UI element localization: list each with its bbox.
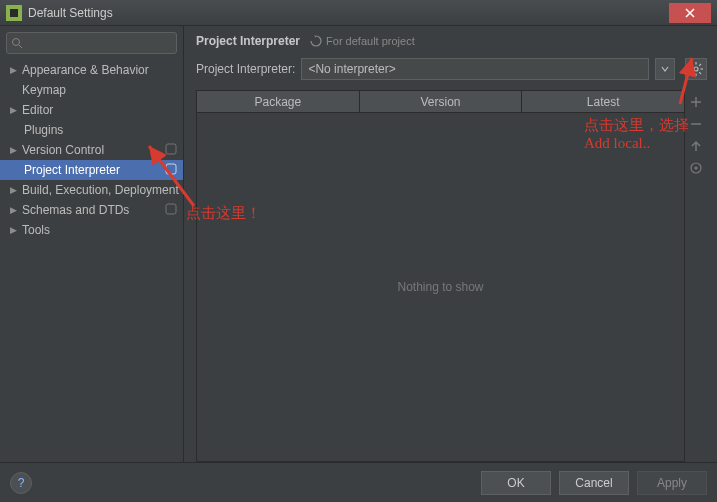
ok-button[interactable]: OK bbox=[481, 471, 551, 495]
svg-point-2 bbox=[13, 39, 20, 46]
remove-package-button[interactable] bbox=[686, 114, 706, 134]
interpreter-value: <No interpreter> bbox=[308, 62, 642, 76]
table-body-empty: Nothing to show bbox=[197, 113, 684, 461]
minus-icon bbox=[689, 117, 703, 131]
table-header: Package Version Latest bbox=[197, 91, 684, 113]
app-icon bbox=[6, 5, 22, 21]
add-package-button[interactable] bbox=[686, 92, 706, 112]
svg-rect-4 bbox=[166, 144, 176, 154]
col-latest[interactable]: Latest bbox=[522, 91, 684, 112]
chevron-down-icon bbox=[661, 65, 669, 73]
window-title: Default Settings bbox=[28, 6, 669, 20]
interpreter-settings-button[interactable] bbox=[685, 58, 707, 80]
sidebar-item-plugins[interactable]: Plugins bbox=[0, 120, 183, 140]
for-default-project: For default project bbox=[310, 35, 415, 47]
project-badge-icon bbox=[165, 163, 177, 178]
sidebar-item-label: Schemas and DTDs bbox=[22, 203, 129, 217]
sidebar-item-label: Editor bbox=[22, 103, 53, 117]
sidebar-item-label: Keymap bbox=[22, 83, 66, 97]
page-title: Project Interpreter bbox=[196, 34, 300, 48]
cancel-button[interactable]: Cancel bbox=[559, 471, 629, 495]
sidebar-item-build[interactable]: ▶Build, Execution, Deployment bbox=[0, 180, 183, 200]
svg-rect-5 bbox=[166, 164, 176, 174]
svg-line-14 bbox=[699, 64, 701, 66]
search-input[interactable] bbox=[27, 37, 172, 49]
interpreter-label: Project Interpreter: bbox=[196, 62, 295, 76]
settings-main: Project Interpreter For default project … bbox=[184, 26, 717, 462]
sidebar-item-project-interpreter[interactable]: Project Interpreter bbox=[0, 160, 183, 180]
sidebar-item-version-control[interactable]: ▶Version Control bbox=[0, 140, 183, 160]
svg-line-12 bbox=[691, 64, 693, 66]
settings-sidebar: ▶Appearance & Behavior Keymap ▶Editor Pl… bbox=[0, 26, 184, 462]
interpreter-dropdown-button[interactable] bbox=[655, 58, 675, 80]
svg-rect-1 bbox=[10, 9, 18, 17]
dialog-footer: ? OK Cancel Apply bbox=[0, 462, 717, 502]
titlebar: Default Settings bbox=[0, 0, 717, 26]
filter-icon bbox=[689, 161, 703, 175]
sidebar-item-label: Project Interpreter bbox=[24, 163, 120, 177]
project-badge-icon bbox=[165, 143, 177, 158]
sidebar-item-label: Tools bbox=[22, 223, 50, 237]
search-field[interactable] bbox=[6, 32, 177, 54]
col-package[interactable]: Package bbox=[197, 91, 360, 112]
reset-icon bbox=[310, 35, 322, 47]
sidebar-item-label: Plugins bbox=[24, 123, 63, 137]
up-arrow-icon bbox=[689, 139, 703, 153]
svg-rect-6 bbox=[166, 204, 176, 214]
col-version[interactable]: Version bbox=[360, 91, 523, 112]
upgrade-package-button[interactable] bbox=[686, 136, 706, 156]
package-tools bbox=[685, 90, 707, 462]
sidebar-item-tools[interactable]: ▶Tools bbox=[0, 220, 183, 240]
sidebar-item-label: Version Control bbox=[22, 143, 104, 157]
packages-table: Package Version Latest Nothing to show bbox=[196, 90, 685, 462]
sidebar-item-appearance[interactable]: ▶Appearance & Behavior bbox=[0, 60, 183, 80]
empty-text: Nothing to show bbox=[397, 280, 483, 294]
svg-line-15 bbox=[691, 72, 693, 74]
close-button[interactable] bbox=[669, 3, 711, 23]
help-icon: ? bbox=[18, 476, 25, 490]
settings-tree: ▶Appearance & Behavior Keymap ▶Editor Pl… bbox=[0, 60, 183, 240]
interpreter-combo[interactable]: <No interpreter> bbox=[301, 58, 649, 80]
sidebar-item-keymap[interactable]: Keymap bbox=[0, 80, 183, 100]
help-button[interactable]: ? bbox=[10, 472, 32, 494]
project-badge-icon bbox=[165, 203, 177, 218]
svg-line-13 bbox=[699, 72, 701, 74]
plus-icon bbox=[689, 95, 703, 109]
interpreter-row: Project Interpreter: <No interpreter> bbox=[196, 58, 707, 80]
sidebar-item-schemas[interactable]: ▶Schemas and DTDs bbox=[0, 200, 183, 220]
svg-line-3 bbox=[19, 45, 22, 48]
sidebar-item-label: Build, Execution, Deployment bbox=[22, 183, 179, 197]
svg-point-7 bbox=[694, 67, 698, 71]
apply-button[interactable]: Apply bbox=[637, 471, 707, 495]
sidebar-item-label: Appearance & Behavior bbox=[22, 63, 149, 77]
sidebar-item-editor[interactable]: ▶Editor bbox=[0, 100, 183, 120]
show-paths-button[interactable] bbox=[686, 158, 706, 178]
page-header: Project Interpreter For default project bbox=[196, 34, 707, 48]
gear-icon bbox=[689, 62, 703, 76]
svg-point-17 bbox=[695, 167, 698, 170]
search-icon bbox=[11, 37, 23, 49]
subtitle-text: For default project bbox=[326, 35, 415, 47]
